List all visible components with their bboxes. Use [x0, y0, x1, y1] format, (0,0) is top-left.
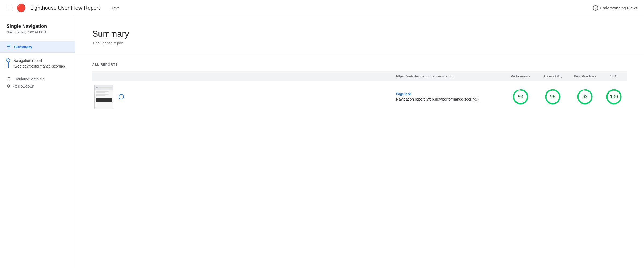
sidebar: Single Navigation Nov 3, 2021, 7:00 AM C… [0, 16, 75, 268]
radio-button[interactable] [119, 94, 124, 99]
slowdown-label: 4x slowdown [13, 84, 34, 88]
best-practices-score-circle: 93 [576, 88, 594, 105]
table-header-row: https://web.dev/performance-scoring/ Per… [92, 71, 627, 81]
th-url-text: https://web.dev/performance-scoring/ [396, 74, 453, 78]
report-type-label: Page load [396, 92, 500, 96]
th-accessibility: Accessibility [537, 71, 569, 81]
reports-table: https://web.dev/performance-scoring/ Per… [92, 71, 627, 112]
report-link-cell: Page load Navigation report (web.dev/per… [392, 81, 504, 112]
help-icon: ? [593, 5, 598, 11]
cpu-icon: ⚙ [6, 84, 10, 89]
save-button[interactable]: Save [111, 6, 120, 10]
sidebar-section-title: Single Navigation [0, 21, 75, 30]
summary-header: Summary 1 navigation report [75, 16, 644, 54]
th-performance: Performance [504, 71, 537, 81]
app-title: Lighthouse User Flow Report [30, 5, 100, 11]
best-practices-score-value: 93 [582, 94, 588, 100]
sidebar-summary-item[interactable]: ☰ Summary [0, 41, 75, 52]
accessibility-score-value: 98 [550, 94, 555, 100]
device-item: 🖥 Emulated Moto G4 [6, 77, 68, 81]
app-header: 🔴 Lighthouse User Flow Report Save ? Und… [0, 0, 644, 16]
radio-cell[interactable] [116, 81, 126, 112]
slowdown-item: ⚙ 4x slowdown [6, 84, 68, 89]
th-url: https://web.dev/performance-scoring/ [392, 71, 504, 81]
best-practices-score-cell: 93 [569, 81, 601, 112]
th-best-practices: Best Practices [569, 71, 601, 81]
page-thumbnail [94, 85, 113, 109]
sidebar-nav-text: Navigation report (web.dev/performance-s… [13, 58, 67, 69]
main-content: Summary 1 navigation report ALL REPORTS … [75, 16, 644, 268]
thumbnail-cell [92, 81, 116, 112]
device-label: Emulated Moto G4 [13, 77, 45, 81]
reports-section: ALL REPORTS https://web.dev/performance-… [75, 54, 644, 121]
sidebar-summary-label: Summary [14, 44, 32, 49]
monitor-icon: 🖥 [6, 77, 11, 81]
sidebar-divider-2 [0, 52, 75, 53]
all-reports-label: ALL REPORTS [92, 63, 627, 66]
menu-button[interactable] [6, 6, 12, 10]
pin-line [8, 62, 9, 68]
seo-score-cell: 100 [601, 81, 627, 112]
seo-score-value: 100 [610, 94, 618, 100]
summary-subtitle: 1 navigation report [92, 41, 627, 45]
sidebar-nav-icon-col [6, 58, 10, 68]
main-layout: Single Navigation Nov 3, 2021, 7:00 AM C… [0, 16, 644, 268]
summary-title: Summary [92, 29, 627, 39]
seo-score-circle: 100 [605, 88, 623, 105]
th-empty-thumb [92, 71, 392, 81]
table-row: Page load Navigation report (web.dev/per… [92, 81, 627, 112]
th-seo: SEO [601, 71, 627, 81]
report-type-cell [126, 81, 392, 112]
accessibility-score-circle: 98 [544, 88, 561, 105]
sidebar-devices: 🖥 Emulated Moto G4 ⚙ 4x slowdown [0, 72, 75, 93]
sidebar-nav-item[interactable]: Navigation report (web.dev/performance-s… [0, 55, 75, 72]
nav-item-title: Navigation report [13, 58, 67, 64]
nav-item-url: (web.dev/performance-scoring/) [13, 64, 67, 69]
accessibility-score-cell: 98 [537, 81, 569, 112]
performance-score-value: 93 [518, 94, 523, 100]
pin-icon [6, 58, 10, 62]
lighthouse-logo: 🔴 [17, 3, 26, 12]
understanding-flows-link[interactable]: ? Understanding Flows [593, 5, 638, 11]
understanding-flows-label: Understanding Flows [600, 6, 638, 10]
report-link[interactable]: Navigation report (web.dev/performance-s… [396, 97, 500, 101]
performance-score-circle: 93 [512, 88, 529, 105]
performance-score-cell: 93 [504, 81, 537, 112]
sidebar-date: Nov 3, 2021, 7:00 AM CDT [0, 30, 75, 39]
sidebar-divider-1 [0, 39, 75, 39]
list-icon: ☰ [6, 44, 11, 50]
